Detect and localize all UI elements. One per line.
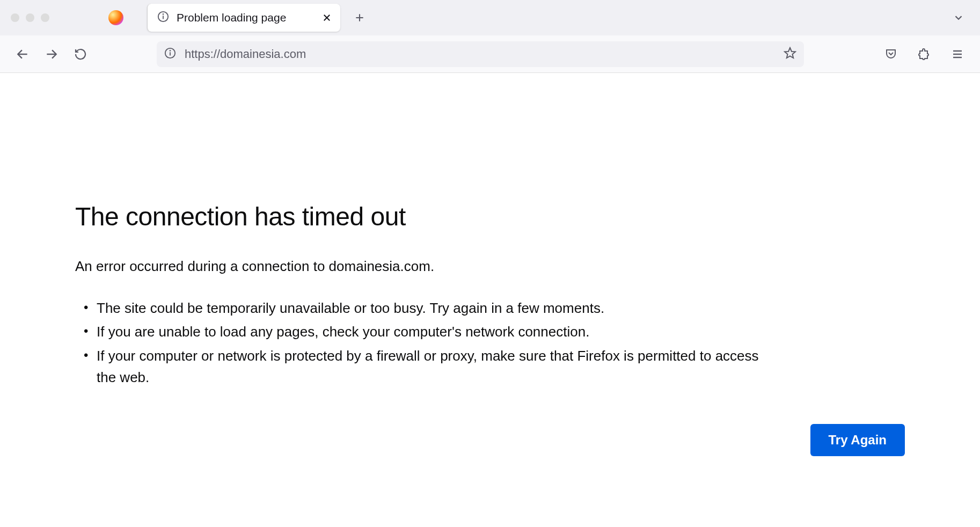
error-page-content: The connection has timed out An error oc…: [0, 73, 837, 388]
browser-tab[interactable]: Problem loading page: [147, 4, 340, 32]
window-controls: [11, 13, 49, 22]
new-tab-button[interactable]: [351, 9, 368, 26]
try-again-button[interactable]: Try Again: [810, 424, 905, 456]
reload-button[interactable]: [69, 42, 92, 66]
svg-marker-12: [785, 48, 795, 58]
url-text: https://domainesia.com: [185, 47, 775, 61]
extensions-button[interactable]: [912, 42, 936, 66]
url-bar[interactable]: https://domainesia.com: [157, 41, 804, 67]
window-minimize-dot[interactable]: [26, 13, 34, 22]
tabs-list-button[interactable]: [950, 9, 967, 26]
app-menu-button[interactable]: [946, 42, 969, 66]
titlebar: Problem loading page: [0, 0, 980, 35]
navigation-toolbar: https://domainesia.com: [0, 35, 980, 73]
error-title: The connection has timed out: [75, 202, 762, 231]
firefox-logo-icon: [108, 10, 123, 25]
svg-point-11: [170, 50, 171, 50]
window-close-dot[interactable]: [11, 13, 19, 22]
window-maximize-dot[interactable]: [41, 13, 49, 22]
error-subtitle: An error occurred during a connection to…: [75, 258, 762, 275]
save-to-pocket-button[interactable]: [879, 42, 903, 66]
site-info-icon[interactable]: [164, 47, 176, 61]
close-tab-button[interactable]: [321, 12, 333, 24]
list-item: The site could be temporarily unavailabl…: [97, 297, 762, 319]
list-item: If you are unable to load any pages, che…: [97, 321, 762, 342]
forward-button[interactable]: [40, 42, 63, 66]
tab-title: Problem loading page: [177, 11, 313, 24]
error-suggestions-list: The site could be temporarily unavailabl…: [75, 297, 762, 388]
info-icon: [157, 11, 169, 25]
back-button[interactable]: [11, 42, 34, 66]
bookmark-star-icon[interactable]: [784, 47, 796, 62]
svg-point-2: [163, 14, 164, 14]
list-item: If your computer or network is protected…: [97, 345, 762, 389]
